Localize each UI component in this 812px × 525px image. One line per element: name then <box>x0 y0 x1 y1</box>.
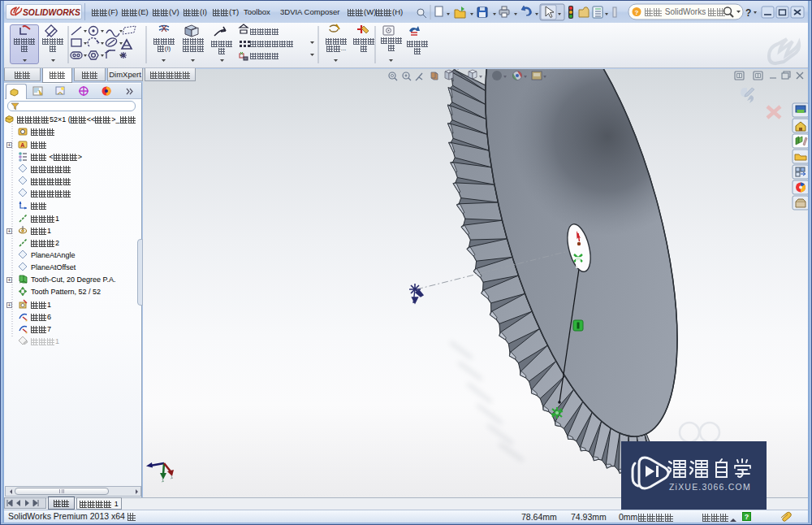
svg-text:?: ? <box>635 9 639 16</box>
svg-text:ZiXUE.3066.COM: ZiXUE.3066.COM <box>669 482 751 492</box>
svg-text:SOLIDWORKS: SOLIDWORKS <box>23 7 80 17</box>
svg-text:?: ? <box>745 7 751 19</box>
svg-text:A: A <box>20 142 24 148</box>
